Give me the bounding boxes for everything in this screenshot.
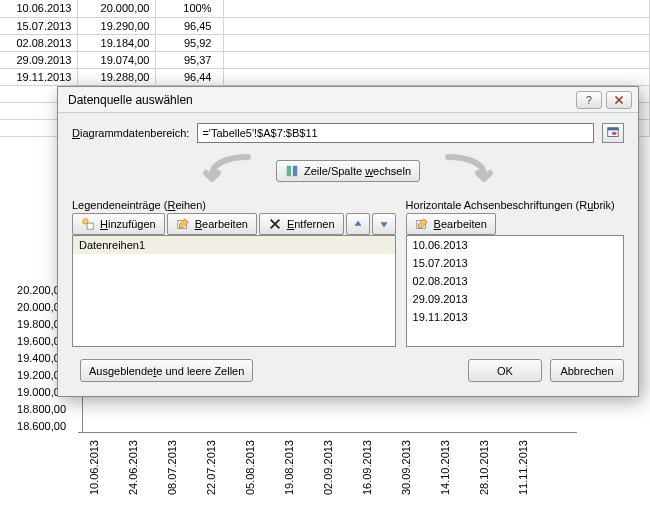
dialog-titlebar[interactable]: Datenquelle auswählen ? bbox=[58, 87, 638, 113]
series-listbox[interactable]: Datenreihen1 bbox=[72, 235, 396, 347]
cancel-button[interactable]: Abbrechen bbox=[550, 359, 624, 382]
move-down-button[interactable] bbox=[372, 213, 396, 235]
svg-rect-4 bbox=[287, 166, 291, 177]
table-row: 02.08.201319.184,0095,92 bbox=[0, 34, 650, 51]
close-button[interactable] bbox=[606, 91, 632, 109]
chart-x-axis-line bbox=[82, 432, 577, 433]
list-item[interactable]: 19.11.2013 bbox=[407, 308, 623, 326]
list-item[interactable]: Datenreihen1 bbox=[73, 236, 395, 254]
help-button[interactable]: ? bbox=[576, 91, 602, 109]
table-row: 29.09.201319.074,0095,37 bbox=[0, 51, 650, 68]
dialog-title: Datenquelle auswählen bbox=[68, 93, 572, 107]
edit-axis-labels-button[interactable]: Bearbeiten bbox=[406, 213, 496, 235]
list-item[interactable]: 02.08.2013 bbox=[407, 272, 623, 290]
list-item[interactable]: 29.09.2013 bbox=[407, 290, 623, 308]
add-series-button[interactable]: Hinzufügen bbox=[72, 213, 165, 235]
list-item[interactable]: 10.06.2013 bbox=[407, 236, 623, 254]
chart-x-axis: 10.06.2013 24.06.2013 08.07.2013 22.07.2… bbox=[88, 440, 556, 495]
arrow-right-icon bbox=[438, 153, 498, 189]
axis-labels-listbox[interactable]: 10.06.2013 15.07.2013 02.08.2013 29.09.2… bbox=[406, 235, 624, 347]
legend-entries-label: Legendeneinträge (Reihen) bbox=[72, 199, 396, 211]
edit-series-button[interactable]: Bearbeiten bbox=[167, 213, 257, 235]
table-row: 10.06.201320.000,00100% bbox=[0, 0, 650, 17]
svg-rect-5 bbox=[293, 166, 297, 177]
svg-rect-3 bbox=[612, 132, 616, 135]
chart-data-range-input[interactable] bbox=[197, 123, 594, 143]
table-row: 15.07.201319.290,0096,45 bbox=[0, 17, 650, 34]
arrow-left-icon bbox=[198, 153, 258, 189]
table-row: 19.11.201319.288,0096,44 bbox=[0, 68, 650, 85]
select-data-source-dialog: Datenquelle auswählen ? Diagrammdatenber… bbox=[57, 86, 639, 397]
svg-text:?: ? bbox=[586, 93, 592, 105]
svg-rect-2 bbox=[608, 128, 619, 131]
switch-row-column-button[interactable]: Zeile/Spalte wechseln bbox=[276, 160, 420, 182]
hidden-empty-cells-button[interactable]: Ausgeblendete und leere Zellen bbox=[80, 359, 253, 382]
axis-labels-label: Horizontale Achsenbeschriftungen (Rubrik… bbox=[406, 199, 624, 211]
ok-button[interactable]: OK bbox=[468, 359, 542, 382]
svg-rect-7 bbox=[87, 223, 93, 229]
list-item[interactable]: 15.07.2013 bbox=[407, 254, 623, 272]
remove-series-button[interactable]: Entfernen bbox=[259, 213, 344, 235]
range-picker-button[interactable] bbox=[602, 123, 624, 143]
move-up-button[interactable] bbox=[346, 213, 370, 235]
chart-data-range-label: Diagrammdatenbereich: bbox=[72, 127, 189, 139]
